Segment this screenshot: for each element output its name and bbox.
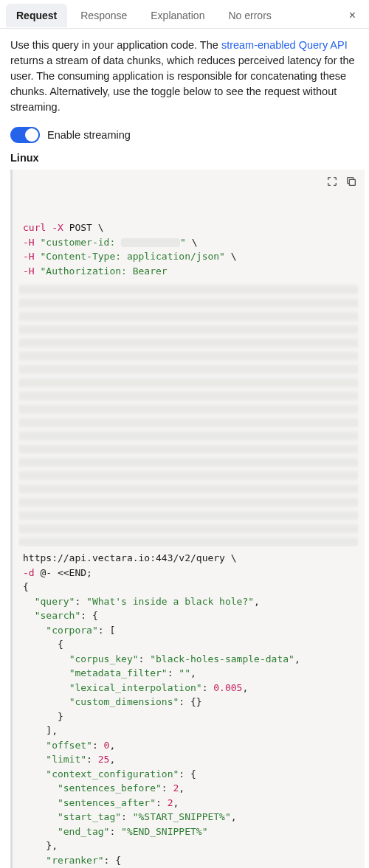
code-flag-x: -X bbox=[52, 222, 63, 233]
tabs-bar: Request Response Explanation No errors × bbox=[0, 0, 369, 29]
stream-api-link[interactable]: stream-enabled Query API bbox=[221, 39, 348, 51]
redacted-token-block bbox=[18, 282, 359, 546]
code-flag-h2: -H bbox=[23, 251, 35, 262]
code-heredoc: @- <<END; bbox=[40, 567, 92, 578]
copy-icon[interactable] bbox=[345, 176, 357, 187]
tab-no-errors[interactable]: No errors bbox=[218, 4, 281, 27]
svg-rect-0 bbox=[349, 179, 355, 185]
code-auth: "Authorization: Bearer bbox=[40, 265, 167, 277]
code-json-body: { "query": "What's inside a black hole?"… bbox=[23, 581, 300, 868]
code-flag-h1: -H bbox=[23, 237, 35, 248]
platform-label: Linux bbox=[0, 152, 369, 170]
code-post: POST bbox=[69, 222, 92, 233]
code-flag-h3: -H bbox=[23, 265, 35, 277]
fullscreen-icon[interactable] bbox=[326, 176, 338, 187]
description-text: Use this query in your application code.… bbox=[0, 29, 369, 119]
description-post: returns a stream of data chunks, which r… bbox=[10, 55, 355, 113]
streaming-toggle-row: Enable streaming bbox=[0, 119, 369, 152]
tab-explanation[interactable]: Explanation bbox=[140, 4, 215, 27]
tab-response[interactable]: Response bbox=[70, 4, 137, 27]
streaming-toggle-label: Enable streaming bbox=[47, 129, 131, 141]
redacted-customer-id bbox=[121, 238, 180, 247]
code-block: curl -X POST \ -H "customer-id: " \ -H "… bbox=[10, 170, 365, 868]
tab-request[interactable]: Request bbox=[6, 4, 67, 27]
code-curl: curl bbox=[23, 222, 46, 233]
description-pre: Use this query in your application code.… bbox=[10, 39, 221, 51]
close-icon[interactable]: × bbox=[342, 3, 363, 28]
code-flag-d: -d bbox=[23, 567, 35, 578]
streaming-toggle[interactable] bbox=[10, 127, 40, 143]
code-content-type: "Content-Type: application/json" bbox=[40, 251, 224, 262]
code-customer-id: "customer-id: bbox=[40, 237, 115, 248]
code-url: https://api.vectara.io:443/v2/query bbox=[23, 552, 225, 563]
code-custend: " bbox=[180, 237, 186, 248]
